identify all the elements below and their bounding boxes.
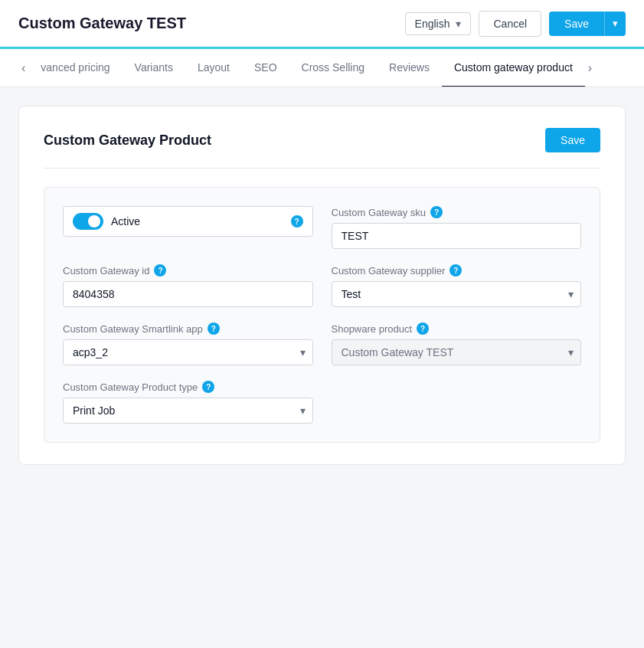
- gateway-id-help-icon[interactable]: ?: [154, 264, 166, 277]
- card-title: Custom Gateway Product: [44, 133, 211, 149]
- tab-layout[interactable]: Layout: [185, 49, 242, 87]
- smartlink-label: Custom Gateway Smartlink app ?: [63, 322, 313, 335]
- sku-label: Custom Gateway sku ?: [332, 206, 582, 218]
- shopware-field-group: Shopware product ? Custom Gateway TEST O…: [332, 322, 582, 365]
- tab-seo[interactable]: SEO: [242, 49, 289, 87]
- active-label: Active: [111, 215, 140, 227]
- toggle-slider: [73, 213, 103, 230]
- tabs-nav: ‹ vanced pricing Variants Layout SEO Cro…: [0, 49, 644, 87]
- product-type-help-icon[interactable]: ?: [202, 381, 214, 393]
- shopware-label: Shopware product ?: [332, 322, 582, 335]
- language-selector[interactable]: English ▾: [405, 12, 472, 35]
- save-dropdown-button[interactable]: ▾: [604, 11, 626, 36]
- tabs-prev-button[interactable]: ‹: [18, 52, 28, 84]
- language-chevron-icon: ▾: [456, 18, 461, 30]
- tabs-next-button[interactable]: ›: [585, 52, 595, 84]
- header: Custom Gateway TEST English ▾ Cancel Sav…: [0, 0, 644, 49]
- save-button[interactable]: Save: [549, 11, 604, 36]
- tab-cross-selling[interactable]: Cross Selling: [289, 49, 377, 87]
- custom-gateway-card: Custom Gateway Product Save Active: [18, 106, 626, 465]
- form-inner-card: Active ? Custom Gateway sku ?: [44, 187, 600, 443]
- tab-custom-gateway-product[interactable]: Custom gateway product: [442, 49, 585, 87]
- sku-input[interactable]: [332, 223, 582, 249]
- supplier-field-group: Custom Gateway supplier ? Test Option 2 …: [332, 264, 582, 307]
- product-type-field-group: Custom Gateway Product type ? Print Job …: [63, 381, 313, 424]
- active-field-group: Active ?: [63, 206, 313, 249]
- active-help-icon[interactable]: ?: [291, 215, 303, 227]
- product-type-select[interactable]: Print Job Digital Physical: [63, 398, 313, 424]
- supplier-label: Custom Gateway supplier ?: [332, 264, 582, 277]
- supplier-select-wrapper: Test Option 2 ▾: [332, 281, 582, 307]
- product-type-select-wrapper: Print Job Digital Physical ▾: [63, 398, 313, 424]
- tab-variants[interactable]: Variants: [123, 49, 185, 87]
- product-type-label: Custom Gateway Product type ?: [63, 381, 313, 393]
- gateway-id-field-group: Custom Gateway id ?: [63, 264, 313, 307]
- smartlink-field-group: Custom Gateway Smartlink app ? acp3_2 ac…: [63, 322, 313, 365]
- save-dropdown-icon: ▾: [613, 18, 618, 29]
- form-grid: Active ? Custom Gateway sku ?: [63, 206, 581, 424]
- card-save-button[interactable]: Save: [545, 128, 600, 152]
- active-left: Active: [73, 213, 140, 230]
- sku-help-icon[interactable]: ?: [430, 206, 443, 218]
- page-title: Custom Gateway TEST: [18, 15, 186, 32]
- smartlink-select-wrapper: acp3_2 acp3_1 ▾: [63, 339, 313, 365]
- header-actions: English ▾ Cancel Save ▾: [405, 11, 626, 37]
- sku-field-group: Custom Gateway sku ?: [332, 206, 582, 249]
- tab-reviews[interactable]: Reviews: [377, 49, 442, 87]
- cancel-button[interactable]: Cancel: [479, 11, 541, 37]
- gateway-id-input[interactable]: [63, 281, 313, 307]
- active-toggle[interactable]: [73, 213, 103, 230]
- gateway-id-label: Custom Gateway id ?: [63, 264, 313, 277]
- card-header: Custom Gateway Product Save: [44, 128, 600, 152]
- smartlink-help-icon[interactable]: ?: [208, 322, 220, 335]
- language-label: English: [415, 18, 450, 30]
- tab-advanced-pricing[interactable]: vanced pricing: [28, 49, 122, 87]
- main-content: Custom Gateway Product Save Active: [0, 87, 644, 483]
- shopware-select-wrapper: Custom Gateway TEST Other Product ▾: [332, 339, 582, 365]
- smartlink-select[interactable]: acp3_2 acp3_1: [63, 339, 313, 365]
- supplier-select[interactable]: Test Option 2: [332, 281, 582, 307]
- supplier-help-icon[interactable]: ?: [449, 264, 462, 277]
- shopware-help-icon[interactable]: ?: [417, 322, 429, 335]
- card-divider: [44, 168, 600, 169]
- active-toggle-row: Active ?: [63, 206, 313, 237]
- shopware-select[interactable]: Custom Gateway TEST Other Product: [332, 339, 582, 365]
- save-button-group: Save ▾: [549, 11, 626, 36]
